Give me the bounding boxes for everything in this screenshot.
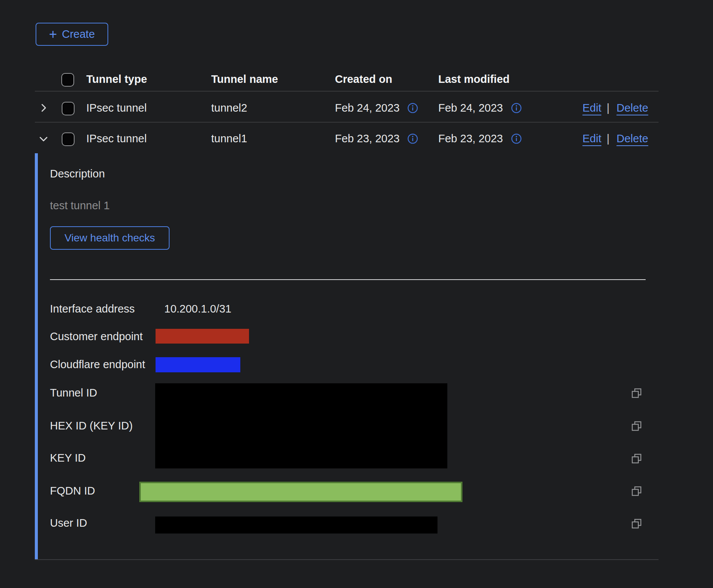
created-on-cell: Feb 24, 2023 <box>335 101 400 115</box>
fqdn-id-label: FQDN ID <box>50 484 95 498</box>
row-checkbox[interactable] <box>62 132 75 146</box>
last-modified-cell: Feb 23, 2023 <box>438 132 503 145</box>
copy-fqdn-id-button[interactable] <box>630 485 643 497</box>
chevron-down-icon[interactable] <box>38 133 49 145</box>
key-id-label: KEY ID <box>50 451 86 465</box>
interface-address-label: Interface address <box>50 302 135 316</box>
create-button[interactable]: + Create <box>36 23 108 46</box>
action-separator: | <box>607 132 610 145</box>
expanded-row-indicator-bar <box>35 153 38 559</box>
fqdn-id-redacted-value <box>139 482 462 502</box>
description-value: test tunnel 1 <box>50 199 110 212</box>
plus-icon: + <box>49 28 57 41</box>
edit-button[interactable]: Edit <box>582 101 601 115</box>
cloudflare-endpoint-label: Cloudflare endpoint <box>50 358 145 371</box>
delete-button[interactable]: Delete <box>616 101 648 115</box>
panel-bottom-divider <box>35 559 659 560</box>
cloudflare-endpoint-redacted-value <box>156 357 240 372</box>
user-id-redacted-value <box>155 516 437 534</box>
column-header-tunnel-name: Tunnel name <box>211 72 278 86</box>
column-header-tunnel-type: Tunnel type <box>86 72 147 86</box>
info-icon[interactable] <box>511 103 522 114</box>
copy-hex-id-button[interactable] <box>630 420 643 432</box>
user-id-label: User ID <box>50 516 87 530</box>
row-checkbox[interactable] <box>62 102 75 115</box>
hex-id-label: HEX ID (KEY ID) <box>50 419 133 432</box>
last-modified-cell: Feb 24, 2023 <box>438 101 503 115</box>
customer-endpoint-redacted-value <box>156 329 249 344</box>
tunnel-type-cell: IPsec tunnel <box>86 101 147 115</box>
action-separator: | <box>607 101 610 115</box>
tunnel-id-label: Tunnel ID <box>50 386 97 400</box>
tunnel-type-cell: IPsec tunnel <box>86 132 147 145</box>
copy-user-id-button[interactable] <box>630 518 643 530</box>
ipsec-tunnels-page: + Create Tunnel type Tunnel name Created… <box>0 0 713 588</box>
view-health-checks-button[interactable]: View health checks <box>50 226 170 250</box>
column-header-last-modified: Last modified <box>438 72 510 86</box>
tunnel-name-cell: tunnel1 <box>211 132 247 145</box>
view-health-checks-label: View health checks <box>64 232 155 244</box>
delete-button[interactable]: Delete <box>616 132 648 145</box>
interface-address-value: 10.200.1.0/31 <box>164 302 231 316</box>
select-all-checkbox[interactable] <box>61 73 74 87</box>
copy-key-id-button[interactable] <box>630 453 643 465</box>
header-divider <box>35 91 659 92</box>
created-on-cell: Feb 23, 2023 <box>335 132 400 145</box>
ids-redacted-value <box>155 383 447 468</box>
create-button-label: Create <box>62 28 95 40</box>
edit-button[interactable]: Edit <box>582 132 601 145</box>
chevron-right-icon[interactable] <box>38 102 49 114</box>
info-icon[interactable] <box>511 133 522 144</box>
tunnel-name-cell: tunnel2 <box>211 101 247 115</box>
customer-endpoint-label: Customer endpoint <box>50 330 143 343</box>
row-divider <box>35 122 659 123</box>
details-divider <box>50 279 646 280</box>
info-icon[interactable] <box>407 103 418 114</box>
copy-tunnel-id-button[interactable] <box>630 387 643 399</box>
description-label: Description <box>50 167 105 180</box>
column-header-created-on: Created on <box>335 72 392 86</box>
info-icon[interactable] <box>407 133 418 144</box>
